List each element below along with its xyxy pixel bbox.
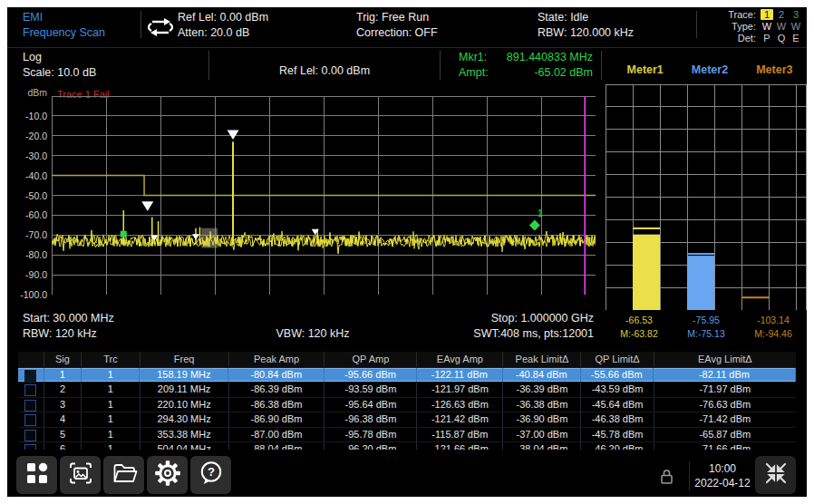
peak-triangle-markers — [141, 131, 318, 241]
start-freq-label: Start: 30.000 MHz — [23, 311, 114, 326]
legend-value-3: E — [789, 33, 803, 44]
table-cell: -121.97 dBm — [417, 383, 503, 396]
table-cell: 1 — [82, 383, 140, 396]
screenshot-button[interactable] — [60, 456, 101, 494]
topbar-divider-1 — [141, 11, 141, 38]
legend-value-3[interactable]: 3 — [789, 9, 803, 21]
trace-legend: Trace:123Type:WWWDet:PQE — [728, 9, 803, 44]
table-cell: -38.04 dBm — [503, 442, 581, 450]
marker-readout: Mkr1: 891.440833 MHz Ampt: -65.02 dBm — [459, 50, 593, 81]
help-button[interactable]: ? — [190, 456, 231, 494]
file-manager-button[interactable] — [103, 456, 144, 494]
correction-label: Correction: OFF — [356, 25, 438, 41]
meter-tab-1[interactable]: Meter1 — [613, 63, 677, 76]
table-header-cell: QP LimitΔ — [581, 352, 654, 367]
sweep-continuous-icon — [145, 16, 176, 44]
table-cell: -45.78 dBm — [581, 428, 654, 441]
legend-label: Type: — [732, 21, 756, 33]
row-checkbox[interactable] — [24, 444, 36, 450]
table-cell: 5 — [44, 428, 82, 441]
table-cell: -36.39 dBm — [503, 383, 581, 396]
collapse-arrows-icon — [762, 460, 790, 490]
table-cell: -121.66 dBm — [417, 442, 503, 450]
marker-ampt-value: -65.02 dBm — [534, 65, 593, 81]
row-checkbox[interactable] — [24, 370, 36, 382]
topbar-bottom-divider — [7, 47, 807, 48]
marker1-diamond — [529, 219, 540, 230]
meter-max-line-2 — [687, 253, 714, 255]
table-cell: -71.66 dBm — [654, 442, 796, 450]
table-row[interactable]: 61504.04 MHz-88.04 dBm-96.20 dBm-121.66 … — [18, 441, 796, 450]
row-checkbox[interactable] — [24, 384, 36, 396]
trig-label: Trig: Free Run — [356, 10, 438, 25]
spectrum-plot: 1 — [52, 96, 596, 295]
table-cell: 1 — [82, 442, 140, 450]
row-checkbox[interactable] — [24, 430, 36, 441]
table-header-cell: EAvg LimitΔ — [654, 352, 796, 367]
legend-value-2: W — [774, 21, 789, 33]
table-header-cell: QP Amp — [325, 352, 417, 367]
signal-table: SigTrcFreqPeak AmpQP AmpEAvg AmpPeak Lim… — [18, 352, 796, 450]
table-cell: -96.38 dBm — [325, 412, 417, 426]
meter-value-3: -103.14 — [740, 315, 807, 325]
y-axis-tick: -90.0 — [5, 269, 47, 280]
mode-subtitle: Frequency Scan — [23, 25, 105, 41]
selected-signal-marker — [121, 231, 127, 237]
mode-block: EMI Frequency Scan — [23, 10, 105, 41]
collapse-button[interactable] — [755, 456, 796, 494]
scale-block: Log Scale: 10.0 dB — [23, 50, 96, 81]
table-row[interactable]: 51353.38 MHz-87.00 dBm-95.78 dBm-115.87 … — [18, 427, 796, 441]
ref-level-label: Ref Lel: 0.00 dBm — [178, 10, 268, 25]
y-axis-tick: -100.0 — [5, 289, 47, 300]
table-cell: 4 — [44, 412, 82, 426]
table-row[interactable]: 31220.10 MHz-86.38 dBm-95.64 dBm-126.63 … — [18, 397, 796, 412]
trig-block: Trig: Free Run Correction: OFF — [356, 10, 438, 41]
vbw-display: VBW: 120 kHz — [258, 326, 367, 342]
table-row[interactable]: 11158.19 MHz-80.84 dBm-95.66 dBm-122.11 … — [18, 367, 796, 382]
table-cell: 220.10 MHz — [141, 398, 229, 412]
table-row[interactable]: 21209.11 MHz-86.39 dBm-93.59 dBm-121.97 … — [18, 382, 796, 396]
meter-tab-2[interactable]: Meter2 — [677, 63, 741, 76]
table-cell: 2 — [44, 383, 82, 396]
menu-grid-button[interactable] — [16, 456, 57, 494]
y-axis-tick: -50.0 — [5, 190, 47, 201]
table-cell: -87.00 dBm — [229, 428, 325, 441]
table-cell: -95.78 dBm — [325, 428, 417, 441]
ref-level-display: Ref Lel: 0.00 dBm — [279, 63, 370, 79]
settings-button[interactable] — [147, 456, 188, 494]
table-cell: 1 — [82, 428, 140, 441]
table-cell: 1 — [82, 398, 140, 412]
ref-atten-block: Ref Lel: 0.00 dBm Atten: 20.0 dB — [178, 10, 268, 41]
row-checkbox[interactable] — [24, 400, 36, 412]
meter-bar-1 — [633, 235, 660, 310]
meter-max-value-1: M:-63.82 — [606, 328, 673, 339]
table-cell: 6 — [44, 442, 82, 450]
table-header-cell: Sig — [44, 352, 82, 367]
clock-block: 10:00 2022-04-12 — [692, 461, 753, 490]
row-checkbox-cell — [18, 368, 44, 382]
table-cell: -93.59 dBm — [325, 383, 417, 396]
table-cell: 1 — [82, 412, 140, 426]
meter-tabs: Meter1Meter2Meter3 — [613, 63, 807, 76]
table-cell: -37.00 dBm — [503, 428, 581, 441]
spectrum-analyzer-screen: EMI Frequency Scan Ref Lel: 0.00 dBm Att… — [0, 0, 814, 504]
legend-label: Trace: — [728, 9, 756, 21]
legend-value-2[interactable]: 2 — [774, 9, 789, 21]
row-checkbox-cell — [18, 412, 44, 426]
file-manager-icon — [111, 460, 138, 490]
table-cell: -86.39 dBm — [229, 383, 325, 396]
rbw-display: RBW: 120 kHz — [23, 326, 97, 342]
legend-value-1[interactable]: 1 — [760, 9, 774, 21]
meter-tab-3[interactable]: Meter3 — [742, 63, 807, 76]
row-checkbox-cell — [18, 428, 44, 441]
table-header-cell: Freq — [141, 352, 229, 367]
table-cell: -121.42 dBm — [417, 412, 503, 426]
meter-max-values: M:-63.82M:-75.13M:-94.46 — [606, 328, 807, 339]
scale-label: Scale: 10.0 dB — [23, 65, 96, 81]
row-checkbox-cell — [18, 442, 44, 450]
row-checkbox[interactable] — [24, 414, 36, 426]
menu-grid-icon — [24, 460, 51, 490]
meter-max-line-1 — [633, 228, 660, 229]
table-cell: -126.63 dBm — [417, 398, 503, 412]
table-row[interactable]: 41294.30 MHz-86.90 dBm-96.38 dBm-121.42 … — [18, 412, 796, 426]
